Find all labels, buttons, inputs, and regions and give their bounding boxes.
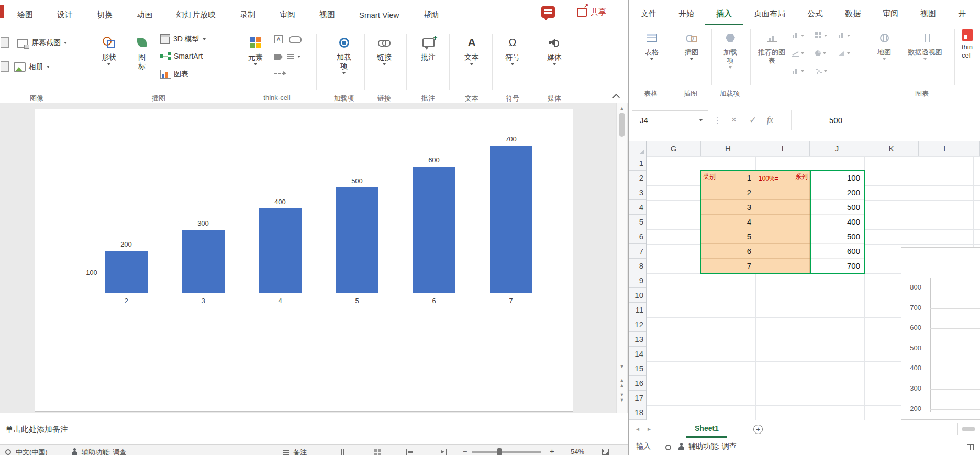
- excel-menu-tab[interactable]: 文件: [630, 2, 667, 25]
- ppt-menu-tab[interactable]: 审阅: [268, 10, 307, 20]
- media-button[interactable]: 媒体: [540, 33, 569, 65]
- new-sheet-button[interactable]: +: [753, 425, 763, 434]
- excel-menu-tab[interactable]: 插入: [705, 2, 743, 25]
- insert-combo-chart-button[interactable]: [838, 50, 850, 56]
- insert-pie-chart-button[interactable]: [815, 50, 826, 56]
- addins-button[interactable]: 加载项: [329, 33, 359, 74]
- photo-album-button[interactable]: 相册: [14, 62, 50, 72]
- excel-menu-tab[interactable]: 开始: [667, 2, 705, 25]
- insert-line-chart-button[interactable]: [792, 50, 804, 57]
- category-cell[interactable]: 2: [701, 185, 755, 200]
- column-header[interactable]: H: [701, 141, 755, 156]
- symbol-button[interactable]: Ω 符号: [498, 33, 527, 65]
- slide-canvas[interactable]: 100200230034004500560067007: [35, 109, 573, 412]
- category-cell[interactable]: 6: [701, 244, 755, 259]
- slideshow-button[interactable]: [439, 449, 447, 455]
- thinkcell-ribbon-button[interactable]: thin cel: [962, 29, 980, 60]
- previous-slide-button[interactable]: ▲▲: [617, 378, 627, 388]
- insert-function-button[interactable]: fx: [767, 115, 773, 125]
- comments-button[interactable]: [541, 6, 555, 18]
- excel-menu-tab[interactable]: 页面布局: [743, 2, 796, 25]
- value-cell[interactable]: 600: [810, 244, 864, 259]
- svg-icons-button[interactable]: 图标: [127, 33, 157, 71]
- reading-view-button[interactable]: [406, 449, 414, 455]
- dialog-launcher-icon[interactable]: [941, 90, 946, 95]
- value-cell[interactable]: 200: [810, 185, 864, 200]
- cancel-button[interactable]: ×: [731, 115, 737, 125]
- insert-table-button[interactable]: 表格: [637, 28, 666, 60]
- insert-waterfall-chart-button[interactable]: [838, 32, 850, 38]
- scroll-down-button[interactable]: ▼: [617, 364, 627, 369]
- row-header[interactable]: 9: [629, 273, 646, 288]
- zoom-slider[interactable]: [472, 451, 541, 453]
- row-header[interactable]: 4: [629, 200, 646, 215]
- text-button[interactable]: A 文本: [457, 33, 486, 65]
- column-header[interactable]: G: [647, 141, 701, 156]
- slide-sorter-button[interactable]: [374, 449, 382, 455]
- chart-bar[interactable]: [336, 187, 378, 293]
- chart-bar[interactable]: [182, 230, 225, 293]
- column-header[interactable]: I: [755, 141, 810, 156]
- ppt-menu-tab[interactable]: 设计: [45, 10, 85, 20]
- excel-menu-tab[interactable]: 审阅: [872, 2, 909, 25]
- link-button[interactable]: 链接: [370, 33, 399, 65]
- row-header[interactable]: 1: [629, 156, 646, 171]
- select-all-corner[interactable]: [629, 141, 647, 156]
- thinkcell-pentagon-button[interactable]: [274, 54, 283, 60]
- column-header[interactable]: K: [864, 141, 919, 156]
- row-header[interactable]: 13: [629, 332, 646, 347]
- thinkcell-elements-button[interactable]: 元素: [241, 33, 270, 65]
- row-header[interactable]: 12: [629, 317, 646, 332]
- percent-cell[interactable]: [755, 215, 810, 229]
- ppt-menu-tab[interactable]: Smart View: [347, 10, 411, 19]
- ppt-menu-tab[interactable]: 切换: [85, 10, 125, 20]
- sheet-tab[interactable]: Sheet1: [686, 420, 727, 438]
- page-grid-icon[interactable]: [967, 443, 974, 452]
- language-status[interactable]: 中文(中国): [16, 448, 48, 455]
- category-cell[interactable]: 5: [701, 229, 755, 244]
- ppt-menu-tab[interactable]: 幻灯片放映: [164, 10, 228, 20]
- screenshot-button[interactable]: 屏幕截图: [17, 38, 67, 48]
- insert-chart-button[interactable]: 图表: [160, 70, 188, 79]
- thinkcell-agenda-button[interactable]: [287, 54, 300, 59]
- accessibility-status[interactable]: 辅助功能: 调查: [688, 442, 737, 451]
- row-header[interactable]: 14: [629, 347, 646, 361]
- smartart-button[interactable]: SmartArt: [160, 52, 203, 60]
- formula-input[interactable]: 500: [791, 110, 980, 130]
- ppt-menu-tab[interactable]: 绘图: [5, 10, 45, 20]
- value-cell[interactable]: 500: [810, 200, 864, 215]
- percent-cell[interactable]: [755, 200, 810, 215]
- notes-toggle-button[interactable]: 备注: [293, 448, 307, 455]
- row-header[interactable]: 6: [629, 229, 646, 244]
- excel-addins-button[interactable]: 加载项: [716, 28, 745, 69]
- shapes-button[interactable]: 形状: [94, 33, 124, 65]
- row-header[interactable]: 15: [629, 361, 646, 376]
- zoom-slider-thumb[interactable]: [497, 448, 502, 455]
- column-header[interactable]: L: [919, 141, 973, 156]
- row-header[interactable]: 16: [629, 376, 646, 391]
- row-header[interactable]: 18: [629, 405, 646, 420]
- name-box[interactable]: J4: [632, 110, 708, 130]
- zoom-in-button[interactable]: +: [550, 447, 554, 455]
- formula-bar-splitter[interactable]: ⋮: [714, 116, 721, 125]
- chart-bar[interactable]: [259, 208, 302, 293]
- new-comment-button[interactable]: 批注: [414, 33, 443, 62]
- row-header[interactable]: 3: [629, 185, 646, 200]
- 3d-model-button[interactable]: 3D 模型: [160, 34, 206, 44]
- excel-menu-tab[interactable]: 视图: [909, 2, 947, 25]
- category-cell[interactable]: 7: [701, 259, 755, 273]
- fit-to-window-button[interactable]: [602, 449, 609, 455]
- vertical-scrollbar[interactable]: ▲ ▼ ▲▲ ▼▼: [616, 103, 627, 413]
- percent-cell[interactable]: [755, 229, 810, 244]
- row-header[interactable]: 2: [629, 171, 646, 185]
- insert-hierarchy-chart-button[interactable]: [815, 32, 827, 38]
- ppt-menu-tab[interactable]: 动画: [125, 10, 164, 20]
- excel-menu-tab[interactable]: 数据: [834, 2, 872, 25]
- collapse-ribbon-button[interactable]: [610, 93, 622, 101]
- embedded-chart[interactable]: 800700600500400300200: [901, 247, 980, 420]
- percent-cell[interactable]: [755, 185, 810, 200]
- percent-cell[interactable]: [755, 244, 810, 259]
- chart-bar[interactable]: [105, 251, 148, 293]
- notes-pane[interactable]: 单击此处添加备注: [0, 413, 628, 444]
- previous-sheet-button[interactable]: ◄: [635, 420, 640, 438]
